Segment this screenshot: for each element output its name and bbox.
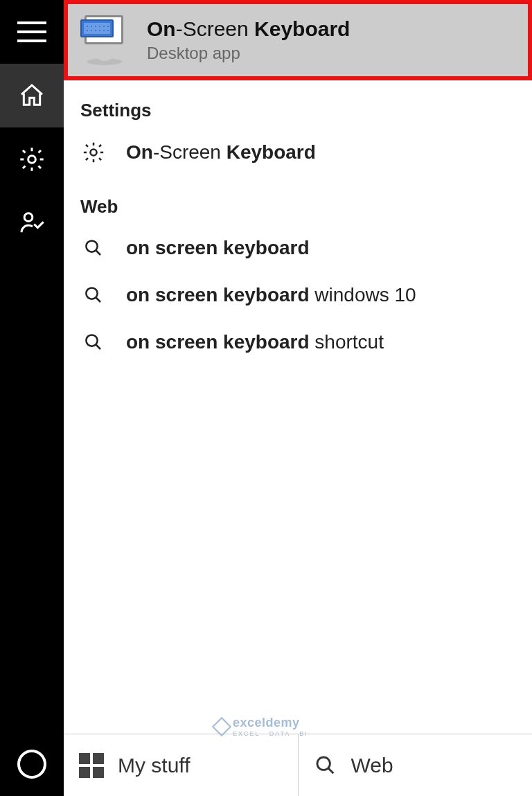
svg-point-1 [24, 213, 33, 222]
best-match-texts: On-Screen Keyboard Desktop app [147, 17, 350, 63]
web-result-text: on screen keyboard [126, 237, 310, 259]
svg-point-6 [317, 757, 329, 769]
scope-mystuff[interactable]: My stuff [64, 734, 298, 796]
settings-result[interactable]: On-Screen Keyboard [64, 128, 532, 177]
svg-point-0 [28, 156, 36, 163]
hamburger-icon [17, 21, 46, 42]
search-icon [314, 754, 337, 777]
gear-icon [80, 141, 107, 164]
nav-home[interactable] [0, 64, 64, 127]
web-result[interactable]: on screen keyboard shortcut [64, 319, 532, 366]
scope-web-label: Web [351, 754, 393, 777]
feedback-icon [18, 209, 46, 237]
svg-point-5 [86, 335, 97, 346]
svg-point-3 [86, 240, 97, 251]
search-panel: On-Screen Keyboard Desktop app Settings … [64, 0, 532, 796]
best-match-subtitle: Desktop app [147, 44, 350, 63]
svg-point-2 [90, 149, 96, 155]
best-match-title: On-Screen Keyboard [147, 17, 350, 41]
nav-feedback[interactable] [0, 191, 64, 255]
search-icon [80, 238, 107, 258]
web-result[interactable]: on screen keyboard windows 10 [64, 272, 532, 319]
svg-point-4 [86, 288, 97, 299]
search-icon [80, 332, 107, 353]
section-header-settings: Settings [64, 80, 532, 128]
gear-icon [18, 145, 46, 173]
windows-icon [79, 753, 104, 778]
search-icon [80, 285, 107, 306]
start-nav [0, 0, 64, 796]
home-icon [18, 82, 46, 109]
web-result-text: on screen keyboard windows 10 [126, 284, 416, 306]
best-match-result[interactable]: On-Screen Keyboard Desktop app [64, 0, 532, 80]
results-area: Settings On-Screen Keyboard Web on s [64, 80, 532, 734]
nav-settings[interactable] [0, 127, 64, 191]
on-screen-keyboard-icon [80, 15, 130, 65]
scope-web[interactable]: Web [298, 734, 533, 796]
web-result[interactable]: on screen keyboard [64, 224, 532, 272]
settings-result-text: On-Screen Keyboard [126, 141, 316, 163]
web-result-text: on screen keyboard shortcut [126, 331, 384, 353]
cortana-button[interactable] [0, 732, 64, 796]
section-header-web: Web [64, 177, 532, 224]
scope-mystuff-label: My stuff [118, 754, 190, 777]
hamburger-button[interactable] [0, 0, 64, 64]
scope-bar: My stuff Web [64, 734, 532, 796]
cortana-icon [17, 750, 46, 779]
